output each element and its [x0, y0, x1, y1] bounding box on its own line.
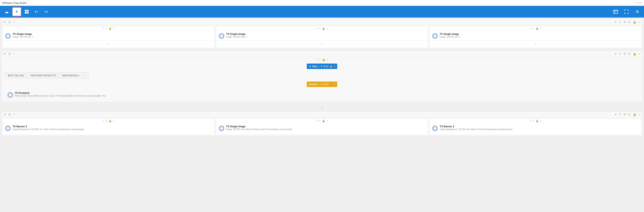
col-mini-lock[interactable]: 🔒 — [322, 58, 325, 61]
tabs-copy-icon[interactable]: ⊡ — [326, 65, 328, 68]
row-2-dropdown-btn[interactable]: ▾ — [614, 52, 617, 56]
row-3-clone-btn[interactable]: ⧉ — [623, 112, 626, 116]
element-title-1: TS Single Image — [12, 33, 33, 36]
row-2-lock-btn[interactable]: 🔒 — [632, 52, 637, 56]
col-delete-icon[interactable]: × — [113, 27, 114, 30]
col-edit-icon[interactable]: ✎ — [319, 27, 321, 30]
section-lock-icon[interactable]: 🔒 — [329, 83, 333, 86]
redo-button[interactable]: ↪ — [42, 8, 50, 16]
row-2-edit-btn[interactable]: ✎ — [618, 52, 622, 56]
row-3-edit-btn[interactable]: ✎ — [618, 112, 622, 116]
col-1-1-add[interactable]: + — [2, 41, 214, 48]
tabs-move-icon[interactable]: ✛ — [309, 65, 311, 68]
col-edit-icon[interactable]: ✎ — [532, 27, 534, 30]
tabs-toolbar-container: ✛ Tabs + ✎ ⧉ ⊡ 🔒 × — [2, 63, 642, 70]
row-handle-btn[interactable]: ☰ — [8, 20, 12, 24]
between-rows-add[interactable]: + — [1, 104, 643, 111]
tabs-lock-icon[interactable]: 🔒 — [329, 65, 333, 68]
undo-button[interactable]: ↩ — [32, 8, 40, 16]
col-add-icon[interactable]: + — [316, 119, 318, 122]
col-delete-icon[interactable]: × — [113, 119, 114, 122]
col-edit-icon[interactable]: ✎ — [105, 119, 107, 122]
col-lock-icon[interactable]: 🔒 — [108, 27, 112, 30]
maximize-btn[interactable]: □ — [638, 1, 639, 5]
minimize-btn[interactable]: − — [634, 1, 636, 5]
col-mini-delete[interactable]: × — [326, 58, 328, 61]
row-move-btn[interactable]: ✛ — [3, 20, 7, 24]
row-2-copy-btn[interactable]: ⊡ — [627, 52, 631, 56]
row-2-add-col-btn[interactable]: + — [12, 52, 16, 56]
tab-best-selling[interactable]: BEST SELLING — [5, 73, 27, 78]
tabs-clone-icon[interactable]: ⧉ — [324, 65, 325, 68]
col-delete-icon[interactable]: × — [540, 119, 542, 122]
col-add-icon[interactable]: + — [102, 119, 104, 122]
svg-point-8 — [220, 35, 223, 37]
row-lock-btn[interactable]: 🔒 — [632, 20, 637, 24]
preview-button[interactable] — [612, 8, 619, 16]
row-2-move-btn[interactable]: ✛ — [3, 52, 7, 56]
svg-rect-0 — [25, 10, 26, 12]
settings-button[interactable]: ⚙ — [634, 8, 641, 16]
row-3-copy-btn[interactable]: ⊡ — [627, 112, 631, 116]
col-delete-icon[interactable]: × — [326, 27, 328, 30]
col-edit-icon[interactable]: ✎ — [105, 27, 107, 30]
section-edit-icon[interactable]: ✎ — [320, 83, 323, 86]
col-add-icon[interactable]: + — [316, 27, 318, 30]
col-edit-icon[interactable]: ✎ — [532, 119, 534, 122]
col-add-icon[interactable]: + — [102, 27, 104, 30]
row-3-move-btn[interactable]: ✛ — [3, 112, 7, 116]
close-btn[interactable]: × — [640, 1, 642, 5]
cloud-button[interactable]: ☁ — [3, 8, 10, 16]
grid-button[interactable] — [23, 8, 30, 16]
col-add-icon[interactable]: + — [530, 119, 531, 122]
section-add-icon[interactable]: + — [318, 83, 320, 86]
row-3-lock-btn[interactable]: 🔒 — [632, 112, 637, 116]
tabs-edit-icon[interactable]: ✎ — [320, 65, 323, 68]
tabs-add-icon[interactable]: + — [318, 65, 320, 68]
col-mini-toolbar: + ✎ 🔒 × — [2, 58, 642, 62]
section-close-icon[interactable]: × — [334, 83, 335, 86]
row-edit-btn[interactable]: ✎ — [618, 20, 622, 24]
section-clone-icon[interactable]: ⧉ — [324, 83, 325, 86]
column-3-3: + ✎ 🔒 × TS Banner 2 Image Background: 16… — [429, 118, 642, 135]
col-lock-icon[interactable]: 🔒 — [536, 119, 539, 122]
col-3-1-toolbar: + ✎ 🔒 × — [2, 119, 214, 123]
row-3-toolbar: ✛ ☰ + ▾ ✎ ⧉ ⊡ 🔒 × — [2, 111, 642, 117]
svg-rect-1 — [27, 10, 28, 12]
row-3-handle-btn[interactable]: ☰ — [8, 112, 12, 116]
col-add-icon[interactable]: + — [530, 27, 531, 30]
fullscreen-button[interactable] — [623, 8, 630, 16]
col-lock-icon[interactable]: 🔒 — [322, 27, 325, 30]
col-delete-icon[interactable]: × — [540, 27, 542, 30]
row-3-dropdown-btn[interactable]: ▾ — [614, 112, 617, 116]
row-2-handle-btn[interactable]: ☰ — [8, 52, 12, 56]
col-1-3-add[interactable]: + — [430, 41, 642, 48]
row-delete-btn[interactable]: × — [638, 20, 641, 24]
col-lock-icon[interactable]: 🔒 — [536, 27, 539, 30]
add-element-button[interactable]: + — [12, 8, 21, 16]
ts-single-image-2: TS Single Image Image: 161751 Link: # — [216, 31, 428, 41]
tab-add-btn[interactable]: + — [82, 72, 88, 79]
col-lock-icon[interactable]: 🔒 — [322, 119, 325, 122]
row-2-delete-btn[interactable]: × — [638, 52, 641, 56]
col-mini-add[interactable]: + — [316, 58, 318, 61]
tabs-label: Tabs — [312, 65, 317, 68]
section-copy-icon[interactable]: ⊡ — [326, 83, 328, 86]
tabs-close-icon[interactable]: × — [334, 65, 335, 68]
col-1-2-add[interactable]: + — [216, 41, 428, 48]
row-add-col-btn[interactable]: + — [12, 20, 16, 24]
row-clone-btn[interactable]: ⧉ — [623, 20, 626, 24]
row-2-clone-btn[interactable]: ⧉ — [623, 52, 626, 56]
col-delete-icon[interactable]: × — [326, 119, 328, 122]
row-3-delete-btn[interactable]: × — [638, 112, 641, 116]
row-copy-btn[interactable]: ⊡ — [627, 20, 631, 24]
tab-new-arrivals[interactable]: NEW ARRIVALS — [59, 73, 82, 78]
tab-featured-products[interactable]: FEATURED PRODUCTS — [27, 73, 59, 78]
col-lock-icon[interactable]: 🔒 — [108, 119, 112, 122]
col-edit-icon[interactable]: ✎ — [319, 119, 321, 122]
col-1-1-toolbar: + ✎ 🔒 × — [2, 26, 214, 31]
row-dropdown-btn[interactable]: ▾ — [614, 20, 617, 24]
row-3-add-col-btn[interactable]: + — [12, 112, 16, 116]
col-mini-edit[interactable]: ✎ — [319, 58, 321, 61]
element-title-2: TS Single Image — [226, 33, 247, 36]
